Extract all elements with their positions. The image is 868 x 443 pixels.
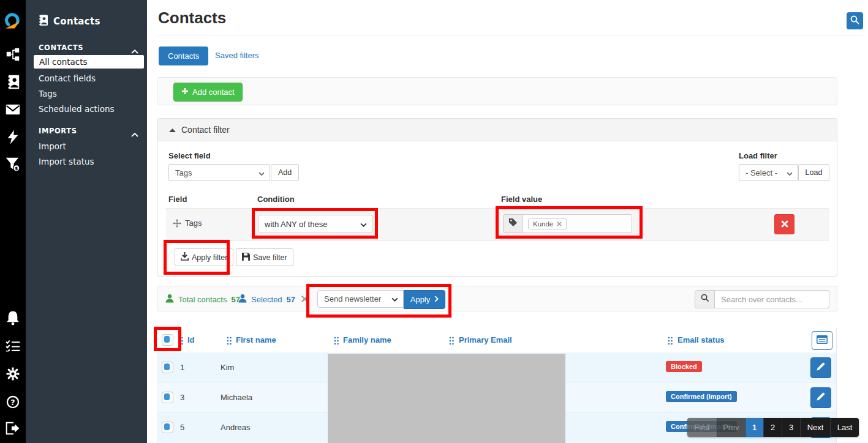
- pagination-page-2[interactable]: 2: [764, 418, 782, 437]
- edit-contact-button[interactable]: [810, 387, 831, 408]
- tag-addon: [503, 214, 523, 233]
- tag-token[interactable]: Kunde: [528, 218, 567, 229]
- chevron-down-icon: [391, 294, 398, 303]
- pagination-prev[interactable]: Prev: [717, 418, 745, 437]
- field-select[interactable]: Tags: [168, 164, 270, 181]
- load-filter-select-value: - Select -: [745, 168, 777, 177]
- drag-dots-icon[interactable]: [668, 337, 673, 348]
- field-value-input[interactable]: Kunde: [523, 214, 632, 233]
- load-filter-button[interactable]: Load: [798, 164, 829, 181]
- cell-id: 1: [180, 363, 184, 372]
- add-field-button[interactable]: Add: [271, 164, 299, 181]
- cell-first-name: Kim: [221, 363, 234, 372]
- row-checkbox[interactable]: [162, 392, 173, 403]
- column-value-label: Field value: [501, 195, 542, 204]
- contacts-book-icon: [38, 15, 48, 28]
- notifications-bell-icon[interactable]: [7, 311, 20, 326]
- pagination-last[interactable]: Last: [831, 418, 859, 437]
- pagination-next[interactable]: Next: [801, 418, 831, 437]
- column-header-email-status[interactable]: Email status: [677, 335, 725, 344]
- actions-panel: Add contact: [157, 77, 837, 105]
- edit-contact-button[interactable]: [810, 357, 831, 378]
- pagination-page-3[interactable]: 3: [782, 418, 801, 437]
- contact-search-input[interactable]: [715, 290, 829, 308]
- sidebar-item-scheduled-actions[interactable]: Scheduled actions: [39, 104, 114, 114]
- select-field-label: Select field: [168, 151, 211, 160]
- email-status-badge: Confirmed (import): [666, 391, 737, 402]
- icon-rail: $: [0, 0, 26, 443]
- table-header: Id First name Family name Primary Email …: [157, 328, 836, 352]
- clear-selection-icon[interactable]: [301, 295, 308, 304]
- stats-bar: Total contacts 57 Selected 57 Send newsl…: [157, 286, 837, 311]
- load-filter-select[interactable]: - Select -: [739, 164, 798, 181]
- actions-bolt-icon[interactable]: [8, 130, 18, 144]
- save-filter-label: Save filter: [253, 253, 287, 262]
- apply-filter-label: Apply filter: [192, 253, 227, 262]
- tab-saved-filters[interactable]: Saved filters: [215, 51, 259, 60]
- pencil-icon: [817, 362, 825, 373]
- save-filter-button[interactable]: Save filter: [236, 248, 293, 266]
- sidebar-title-label: Contacts: [53, 16, 100, 27]
- selected-value: 57: [287, 295, 295, 304]
- chevron-up-icon[interactable]: [131, 128, 138, 140]
- plus-icon: [181, 87, 189, 97]
- help-icon[interactable]: ?: [7, 396, 20, 409]
- add-contact-button[interactable]: Add contact: [173, 83, 243, 102]
- column-header-id[interactable]: Id: [187, 335, 195, 344]
- pagination-page-1[interactable]: 1: [745, 418, 764, 437]
- campaigns-sitemap-icon[interactable]: [7, 48, 20, 61]
- logout-icon[interactable]: [6, 422, 20, 435]
- section-imports-label[interactable]: IMPORTS: [39, 127, 77, 135]
- person-icon: [238, 294, 247, 305]
- pencil-icon: [817, 392, 825, 403]
- contacts-book-icon[interactable]: [7, 75, 20, 89]
- emails-envelope-icon[interactable]: [6, 105, 20, 115]
- settings-gear-icon[interactable]: [7, 368, 20, 381]
- column-condition-label: Condition: [257, 195, 295, 204]
- sales-funnel-icon[interactable]: $: [6, 158, 20, 172]
- drag-dots-icon[interactable]: [178, 337, 183, 348]
- sidebar-item-tags[interactable]: Tags: [39, 89, 57, 99]
- pagination: First Prev 1 2 3 Next Last: [687, 418, 859, 437]
- filter-row-field: Tags: [185, 218, 202, 228]
- contact-filter-header[interactable]: Contact filter: [157, 119, 837, 141]
- move-handle-icon[interactable]: [173, 219, 181, 230]
- chevron-down-icon: [259, 168, 265, 177]
- search-icon: [701, 294, 709, 305]
- drag-dots-icon[interactable]: [449, 337, 454, 348]
- sidebar-item-contact-fields[interactable]: Contact fields: [39, 73, 96, 83]
- app-logo[interactable]: [5, 12, 21, 30]
- sidebar-item-all-contacts[interactable]: All contacts: [34, 55, 144, 69]
- column-header-first-name[interactable]: First name: [236, 335, 276, 344]
- contact-search-addon: [695, 290, 715, 308]
- save-floppy-icon: [242, 253, 250, 262]
- row-checkbox[interactable]: [162, 422, 173, 433]
- total-contacts-label: Total contacts: [178, 295, 227, 304]
- tasks-checklist-icon[interactable]: [6, 340, 20, 352]
- total-contacts-stat: Total contacts 57: [165, 294, 240, 305]
- row-checkbox[interactable]: [162, 362, 173, 373]
- select-all-checkbox[interactable]: [162, 334, 173, 346]
- drag-dots-icon[interactable]: [334, 337, 339, 348]
- add-contact-label: Add contact: [192, 87, 235, 97]
- download-icon: [181, 252, 189, 262]
- global-search-button[interactable]: [847, 12, 863, 29]
- delete-filter-button[interactable]: [774, 214, 794, 234]
- drag-dots-icon[interactable]: [227, 337, 232, 348]
- tab-contacts[interactable]: Contacts: [159, 47, 208, 65]
- bulk-action-select[interactable]: Send newsletter: [317, 290, 404, 308]
- pagination-first[interactable]: First: [687, 418, 717, 437]
- email-status-badge: Blocked: [666, 361, 702, 372]
- column-settings-button[interactable]: [812, 331, 832, 350]
- remove-tag-icon[interactable]: [557, 220, 562, 228]
- column-header-family-name[interactable]: Family name: [343, 335, 391, 344]
- bulk-apply-button[interactable]: Apply: [404, 290, 445, 309]
- sidebar-item-import-status[interactable]: Import status: [39, 157, 94, 166]
- condition-select[interactable]: with ANY of these: [258, 215, 372, 233]
- app-window: $: [0, 0, 868, 443]
- sidebar: Contacts CONTACTS All contacts Contact f…: [26, 0, 147, 443]
- column-header-primary-email[interactable]: Primary Email: [459, 335, 512, 344]
- section-contacts-label[interactable]: CONTACTS: [39, 43, 83, 52]
- sidebar-item-import[interactable]: Import: [39, 141, 66, 151]
- apply-filter-button[interactable]: Apply filter: [175, 248, 233, 266]
